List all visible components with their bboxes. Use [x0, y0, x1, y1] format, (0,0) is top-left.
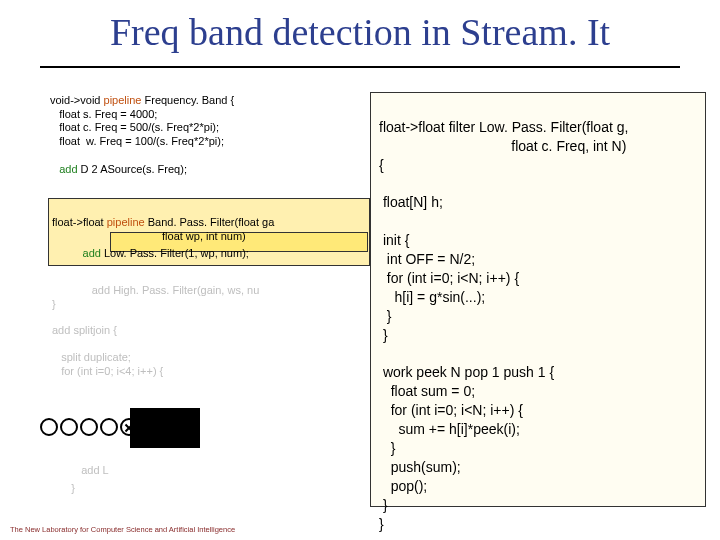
- t: peek N pop 1 push 1 { float sum = 0; for…: [379, 364, 554, 512]
- t: add splitjoin {: [52, 324, 117, 336]
- slide-title: Freq band detection in Stream. It: [0, 10, 720, 54]
- circle-icon: [80, 418, 98, 436]
- t: Frequency. Band {: [141, 94, 234, 106]
- addL-faded: add L: [72, 450, 109, 491]
- circle-icon: [40, 418, 58, 436]
- circle-icon: [60, 418, 78, 436]
- bandpass-add: add Low. Pass. Filter(1, wp, num);: [52, 233, 372, 274]
- t: { int OFF = N/2; for (int i=0; i<N; i++)…: [379, 232, 519, 342]
- t: for (int i=0; i<4; i++) {: [52, 365, 163, 377]
- t: Band. Pass. Filter(float ga: [145, 216, 275, 228]
- pipeline-kw: pipeline: [104, 94, 142, 106]
- t: add High. Pass. Filter(gain, ws, nu: [92, 284, 260, 296]
- t: {: [379, 157, 384, 173]
- add-kw: add: [59, 163, 77, 175]
- t: D 2 ASource(s. Freq);: [78, 163, 187, 175]
- t: Low. Pass. Filter(1, wp, num);: [101, 247, 249, 259]
- t: add L: [72, 464, 109, 476]
- init-kw: init: [379, 232, 401, 248]
- footer-text: The New Laboratory for Computer Science …: [10, 525, 235, 534]
- splitjoin-block: add splitjoin { split duplicate; for (in…: [52, 310, 352, 393]
- add-kw: add: [83, 247, 101, 259]
- t: [52, 247, 83, 259]
- title-underline: [40, 66, 680, 68]
- t: void->void: [50, 94, 104, 106]
- work-kw: work: [379, 364, 412, 380]
- t: }: [379, 516, 384, 532]
- t: split duplicate;: [52, 351, 131, 363]
- t: [50, 163, 59, 175]
- pipeline-kw: pipeline: [107, 216, 145, 228]
- t: float[N] h;: [379, 194, 443, 210]
- circle-icon: [100, 418, 118, 436]
- t: }: [62, 482, 75, 494]
- freqband-decl: void->void pipeline Frequency. Band { fl…: [50, 80, 370, 190]
- black-overlay-box: [130, 408, 200, 448]
- t: float c. Freq = 500/(s. Freq*2*pi);: [50, 121, 219, 133]
- t: }: [52, 298, 56, 310]
- t: [52, 284, 92, 296]
- slide-container: Freq band detection in Stream. It void->…: [0, 0, 720, 540]
- t: float->float: [379, 119, 449, 135]
- t: float w. Freq = 100/(s. Freq*2*pi);: [50, 135, 224, 147]
- cb-faded: }: [62, 468, 75, 509]
- filter-kw: filter: [449, 119, 475, 135]
- t: float s. Freq = 4000;: [50, 108, 157, 120]
- t: float->float: [52, 216, 107, 228]
- lowpass-filter-panel: float->float filter Low. Pass. Filter(fl…: [370, 92, 706, 507]
